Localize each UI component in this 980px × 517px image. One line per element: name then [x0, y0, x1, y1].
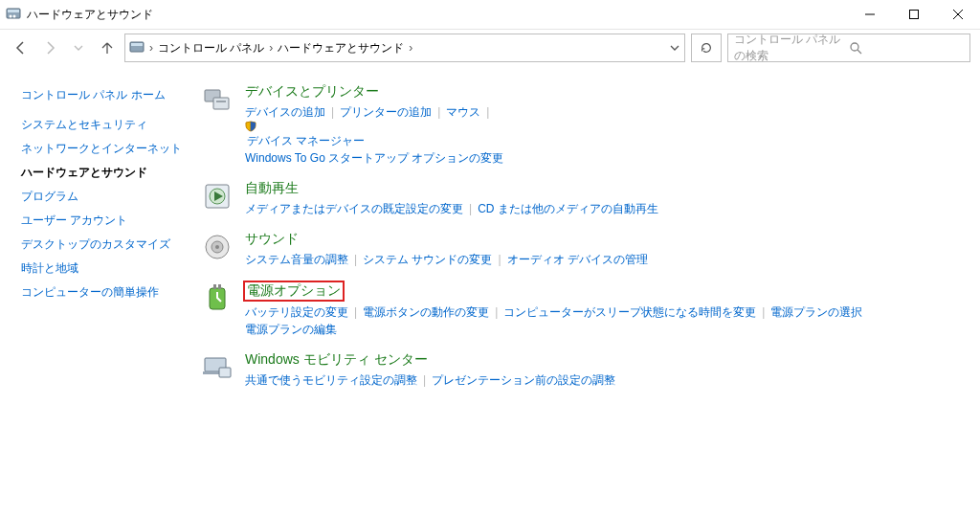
svg-rect-1: [8, 10, 19, 12]
address-bar: › コントロール パネル › ハードウェアとサウンド › コントロール パネルの…: [0, 30, 980, 66]
svg-point-2: [10, 15, 12, 18]
breadcrumb-dropdown[interactable]: [669, 43, 680, 53]
highlight-box: 電源オプション: [243, 281, 345, 302]
chevron-right-icon[interactable]: ›: [408, 41, 413, 55]
task-link[interactable]: デバイスの追加: [245, 105, 325, 119]
control-panel-icon: [6, 7, 21, 22]
control-panel-small-icon: [129, 40, 145, 56]
sidebar-item[interactable]: ユーザー アカウント: [21, 213, 193, 229]
sidebar-item[interactable]: ネットワークとインターネット: [21, 141, 193, 157]
svg-rect-9: [131, 43, 143, 46]
chevron-right-icon[interactable]: ›: [268, 41, 274, 55]
task-link[interactable]: プリンターの追加: [340, 105, 432, 119]
category-links: 共通で使うモビリティ設定の調整|プレゼンテーション前の設定の調整: [245, 371, 963, 389]
sound-icon: [201, 231, 234, 263]
titlebar: ハードウェアとサウンド: [0, 0, 980, 30]
sidebar-item[interactable]: システムとセキュリティ: [21, 117, 193, 133]
breadcrumb[interactable]: › コントロール パネル › ハードウェアとサウンド ›: [124, 34, 685, 62]
task-link[interactable]: CD または他のメディアの自動再生: [478, 202, 658, 215]
sidebar-home-link[interactable]: コントロール パネル ホーム: [21, 87, 193, 103]
category-links: Windows To Go スタートアップ オプションの変更: [245, 149, 963, 167]
category-title[interactable]: 自動再生: [245, 180, 963, 197]
category-links: デバイスの追加|プリンターの追加|マウス|デバイス マネージャー: [245, 103, 963, 149]
devices-printers-icon: [201, 83, 234, 116]
window-title: ハードウェアとサウンド: [27, 7, 153, 23]
svg-point-3: [13, 15, 16, 18]
chevron-right-icon[interactable]: ›: [148, 41, 154, 55]
svg-point-10: [851, 43, 858, 51]
sidebar-item[interactable]: コンピューターの簡単操作: [21, 284, 193, 301]
close-button[interactable]: [936, 0, 980, 29]
search-placeholder: コントロール パネルの検索: [734, 32, 849, 64]
task-link[interactable]: システム音量の調整: [245, 253, 348, 266]
category: デバイスとプリンターデバイスの追加|プリンターの追加|マウス|デバイス マネージ…: [201, 83, 963, 167]
maximize-button[interactable]: [892, 0, 936, 29]
task-link[interactable]: Windows To Go スタートアップ オプションの変更: [245, 151, 503, 165]
task-link[interactable]: コンピューターがスリープ状態になる時間を変更: [503, 305, 756, 319]
breadcrumb-root[interactable]: コントロール パネル: [158, 40, 264, 56]
task-link[interactable]: オーディオ デバイスの管理: [507, 253, 648, 266]
category-links: 電源プランの編集: [245, 321, 963, 338]
minimize-button[interactable]: [848, 0, 892, 29]
task-link[interactable]: デバイス マネージャー: [247, 134, 365, 147]
forward-button[interactable]: [38, 36, 61, 59]
svg-point-20: [215, 245, 219, 249]
task-link[interactable]: 電源ボタンの動作の変更: [363, 305, 489, 319]
category-title[interactable]: Windows モビリティ センター: [245, 351, 963, 369]
breadcrumb-current[interactable]: ハードウェアとサウンド: [278, 40, 404, 56]
task-link[interactable]: マウス: [446, 105, 480, 119]
svg-rect-5: [910, 11, 919, 19]
category: Windows モビリティ センター共通で使うモビリティ設定の調整|プレゼンテー…: [201, 351, 963, 389]
sidebar-item[interactable]: ハードウェアとサウンド: [21, 165, 193, 181]
autoplay-icon: [201, 180, 234, 213]
svg-rect-26: [219, 368, 231, 377]
category-title[interactable]: デバイスとプリンター: [245, 83, 963, 101]
svg-line-11: [858, 50, 861, 54]
sidebar-item[interactable]: 時計と地域: [21, 260, 193, 277]
category-links: メディアまたはデバイスの既定設定の変更|CD または他のメディアの自動再生: [245, 200, 963, 217]
category-links: システム音量の調整|システム サウンドの変更|オーディオ デバイスの管理: [245, 251, 963, 268]
sidebar: コントロール パネル ホーム システムとセキュリティネットワークとインターネット…: [0, 70, 199, 517]
window-title-wrap: ハードウェアとサウンド: [6, 7, 848, 23]
svg-rect-22: [213, 284, 216, 289]
power-icon: [201, 281, 234, 314]
category-links: バッテリ設定の変更|電源ボタンの動作の変更|コンピューターがスリープ状態になる時…: [245, 303, 963, 321]
task-link[interactable]: 電源プランの選択: [770, 305, 862, 319]
category: 自動再生メディアまたはデバイスの既定設定の変更|CD または他のメディアの自動再…: [201, 180, 963, 217]
task-link[interactable]: 共通で使うモビリティ設定の調整: [245, 373, 417, 387]
task-link[interactable]: システム サウンドの変更: [363, 253, 492, 266]
sidebar-item[interactable]: デスクトップのカスタマイズ: [21, 236, 193, 253]
category-title[interactable]: 電源オプション: [245, 281, 963, 301]
category-title[interactable]: サウンド: [245, 231, 963, 248]
back-button[interactable]: [10, 36, 33, 59]
task-link[interactable]: プレゼンテーション前の設定の調整: [432, 373, 615, 387]
search-input[interactable]: コントロール パネルの検索: [727, 34, 970, 62]
svg-rect-13: [213, 98, 229, 109]
search-icon: [849, 41, 964, 55]
category: 電源オプションバッテリ設定の変更|電源ボタンの動作の変更|コンピューターがスリー…: [201, 281, 963, 338]
content-area: デバイスとプリンターデバイスの追加|プリンターの追加|マウス|デバイス マネージ…: [199, 70, 980, 517]
svg-rect-14: [216, 101, 226, 102]
task-link[interactable]: メディアまたはデバイスの既定設定の変更: [245, 202, 463, 215]
category: サウンドシステム音量の調整|システム サウンドの変更|オーディオ デバイスの管理: [201, 231, 963, 268]
sidebar-item[interactable]: プログラム: [21, 189, 193, 205]
task-link[interactable]: 電源プランの編集: [245, 323, 337, 336]
svg-rect-23: [218, 284, 221, 289]
mobility-icon: [201, 351, 234, 384]
task-link[interactable]: バッテリ設定の変更: [245, 305, 348, 319]
up-button[interactable]: [96, 36, 119, 59]
refresh-button[interactable]: [691, 34, 722, 62]
shield-icon: [245, 121, 963, 132]
recent-dropdown[interactable]: [67, 36, 90, 59]
